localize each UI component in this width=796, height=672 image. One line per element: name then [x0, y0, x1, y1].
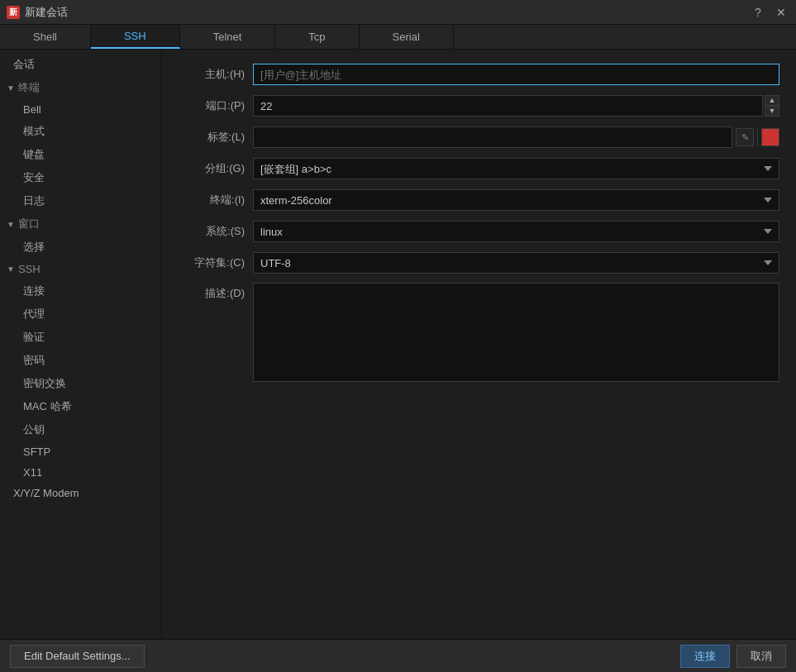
app-icon: 新 — [7, 6, 20, 19]
group-row: 分组:(G) [嵌套组] a>b>c 默认分组 — [179, 157, 779, 180]
port-label: 端口:(P) — [179, 98, 253, 113]
window-arrow: ▼ — [7, 220, 15, 229]
mode-label: 模式 — [23, 124, 45, 139]
password-label: 密码 — [23, 353, 45, 368]
terminal-select[interactable]: xterm-256color xterm vt100 ansi — [253, 189, 779, 211]
select-label: 选择 — [23, 240, 45, 255]
x11-label: X11 — [23, 466, 42, 479]
terminal-label: 终端:(I) — [179, 193, 253, 207]
terminal-row: 终端:(I) xterm-256color xterm vt100 ansi — [179, 188, 779, 212]
security-label: 安全 — [23, 170, 45, 185]
charset-select[interactable]: UTF-8 GBK GB2312 ISO-8859-1 — [253, 252, 779, 274]
sidebar-item-ssh[interactable]: ▼ SSH — [0, 259, 161, 279]
port-input[interactable] — [253, 95, 763, 117]
window-label: 窗口 — [18, 217, 40, 231]
sidebar-item-security[interactable]: 安全 — [0, 166, 161, 189]
sidebar-item-session[interactable]: 会话 — [0, 53, 161, 76]
session-label: 会话 — [13, 57, 35, 72]
label-input[interactable] — [253, 126, 732, 148]
label-row: 标签:(L) ✎ — [179, 126, 779, 149]
sidebar-item-connect[interactable]: 连接 — [0, 279, 161, 303]
connect-label: 连接 — [23, 284, 45, 298]
sidebar-item-mode[interactable]: 模式 — [0, 120, 161, 143]
tab-telnet[interactable]: Telnet — [180, 25, 276, 49]
title-bar-right: ? ✕ — [750, 6, 789, 19]
sidebar-item-keyboard[interactable]: 键盘 — [0, 143, 161, 166]
kex-label: 密钥交换 — [23, 376, 66, 391]
tab-tcp[interactable]: Tcp — [275, 25, 359, 49]
label-label: 标签:(L) — [179, 130, 253, 145]
cancel-button[interactable]: 取消 — [736, 645, 786, 668]
label-edit-button[interactable]: ✎ — [736, 128, 754, 146]
connect-button[interactable]: 连接 — [680, 645, 730, 668]
bell-label: Bell — [23, 103, 41, 116]
ssh-label: SSH — [18, 263, 41, 275]
desc-label: 描述:(D) — [179, 283, 253, 301]
pubkey-label: 公钥 — [23, 422, 45, 437]
title-bar-left: 新 新建会话 — [7, 5, 68, 20]
charset-label: 字符集:(C) — [179, 255, 253, 270]
sidebar-item-bell[interactable]: Bell — [0, 99, 161, 120]
host-row: 主机:(H) — [179, 63, 779, 86]
tab-serial[interactable]: Serial — [360, 25, 454, 49]
charset-row: 字符集:(C) UTF-8 GBK GB2312 ISO-8859-1 — [179, 251, 779, 274]
terminal-label: 终端 — [18, 80, 40, 95]
proxy-label: 代理 — [23, 307, 45, 322]
system-row: 系统:(S) linux unix windows — [179, 220, 779, 243]
form-panel: 主机:(H) 端口:(P) ▲ ▼ 标签:(L) ✎ — [162, 50, 796, 639]
bottom-right-buttons: 连接 取消 — [680, 645, 786, 668]
tab-bar: Shell SSH Telnet Tcp Serial — [0, 25, 796, 50]
desc-row: 描述:(D) — [179, 283, 779, 382]
xyz-label: X/Y/Z Modem — [13, 487, 79, 499]
sidebar-item-pubkey[interactable]: 公钥 — [0, 418, 161, 441]
label-color-picker[interactable] — [761, 128, 779, 146]
auth-label: 验证 — [23, 330, 45, 345]
sidebar-item-mac[interactable]: MAC 哈希 — [0, 395, 161, 418]
sidebar-item-select[interactable]: 选择 — [0, 236, 161, 259]
main-content: 会话 ▼ 终端 Bell 模式 键盘 安全 日志 ▼ 窗口 选择 ▼ SSH — [0, 50, 796, 639]
sidebar: 会话 ▼ 终端 Bell 模式 键盘 安全 日志 ▼ 窗口 选择 ▼ SSH — [0, 50, 162, 639]
label-input-row: ✎ — [253, 126, 779, 148]
port-spin-up[interactable]: ▲ — [765, 95, 779, 106]
sftp-label: SFTP — [23, 446, 50, 458]
sidebar-item-window[interactable]: ▼ 窗口 — [0, 212, 161, 236]
sidebar-item-kex[interactable]: 密钥交换 — [0, 372, 161, 395]
sidebar-item-password[interactable]: 密码 — [0, 349, 161, 372]
sidebar-item-proxy[interactable]: 代理 — [0, 303, 161, 326]
host-input[interactable] — [253, 64, 779, 85]
title-bar: 新 新建会话 ? ✕ — [0, 0, 796, 25]
sidebar-item-log[interactable]: 日志 — [0, 189, 161, 212]
tab-ssh[interactable]: SSH — [91, 25, 180, 49]
help-button[interactable]: ? — [750, 6, 766, 19]
desc-textarea[interactable] — [253, 283, 779, 382]
ssh-arrow: ▼ — [7, 265, 15, 274]
system-select[interactable]: linux unix windows — [253, 221, 779, 242]
sidebar-item-x11[interactable]: X11 — [0, 462, 161, 483]
sidebar-item-auth[interactable]: 验证 — [0, 326, 161, 349]
keyboard-label: 键盘 — [23, 147, 45, 162]
sidebar-item-xyz[interactable]: X/Y/Z Modem — [0, 483, 161, 503]
close-button[interactable]: ✕ — [773, 6, 789, 19]
sidebar-item-sftp[interactable]: SFTP — [0, 441, 161, 462]
system-label: 系统:(S) — [179, 224, 253, 239]
port-spin-down[interactable]: ▼ — [765, 106, 779, 117]
group-select[interactable]: [嵌套组] a>b>c 默认分组 — [253, 158, 779, 179]
label-divider — [757, 128, 758, 146]
sidebar-item-terminal[interactable]: ▼ 终端 — [0, 76, 161, 99]
window-title: 新建会话 — [25, 5, 68, 20]
port-spinner: ▲ ▼ — [765, 95, 779, 117]
group-label: 分组:(G) — [179, 161, 253, 176]
bottom-bar: Edit Default Settings... 连接 取消 — [0, 639, 796, 672]
tab-shell[interactable]: Shell — [0, 25, 91, 49]
log-label: 日志 — [23, 193, 45, 208]
mac-label: MAC 哈希 — [23, 399, 72, 414]
edit-defaults-button[interactable]: Edit Default Settings... — [10, 645, 145, 668]
port-row: 端口:(P) ▲ ▼ — [179, 94, 779, 117]
host-label: 主机:(H) — [179, 67, 253, 82]
port-wrapper: ▲ ▼ — [253, 95, 779, 117]
terminal-arrow: ▼ — [7, 83, 15, 93]
